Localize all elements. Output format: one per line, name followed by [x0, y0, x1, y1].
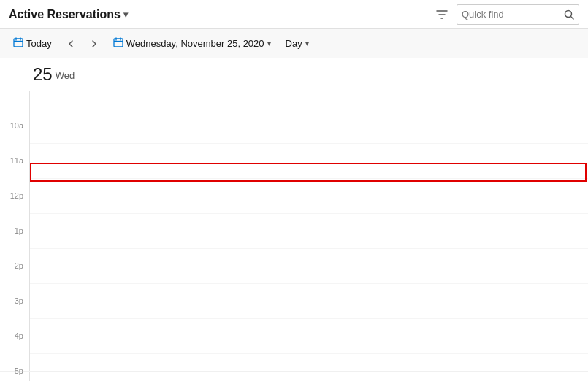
time-label-12p: 12p	[0, 191, 29, 226]
day-name: Wed	[56, 70, 75, 81]
date-picker-button[interactable]: Wednesday, November 25, 2020 ▾	[107, 34, 277, 53]
day-number: 25	[33, 64, 53, 85]
slot-content-5p[interactable]	[29, 372, 588, 381]
date-calendar-icon	[113, 37, 123, 50]
time-slot-4p: 4p	[0, 336, 588, 372]
search-box	[457, 4, 579, 25]
time-slot-2p: 2p	[0, 266, 588, 301]
today-label: Today	[26, 38, 52, 49]
header-right	[433, 4, 579, 25]
time-label-4p: 4p	[0, 331, 29, 366]
time-slot-12p: 12p	[0, 196, 588, 231]
time-slot-5p: 5p	[0, 372, 588, 381]
page-title: Active Reservations ▾	[9, 8, 128, 21]
time-slot-1p: 1p	[0, 231, 588, 266]
view-selector-button[interactable]: Day ▾	[280, 35, 315, 52]
time-slot-empty	[0, 91, 588, 126]
today-button[interactable]: Today	[7, 34, 58, 53]
filter-icon[interactable]	[433, 6, 451, 23]
time-slot-11a: 11a	[0, 161, 588, 196]
title-text: Active Reservations	[9, 8, 121, 21]
time-label-11a: 11a	[0, 156, 29, 190]
slot-content-1p[interactable]	[29, 231, 588, 266]
view-chevron-icon: ▾	[305, 39, 309, 47]
app-header: Active Reservations ▾	[0, 0, 588, 29]
search-button[interactable]	[560, 5, 579, 24]
svg-line-1	[571, 16, 574, 19]
svg-rect-6	[114, 39, 123, 47]
prev-button[interactable]	[61, 34, 81, 54]
slot-content-2p[interactable]	[29, 266, 588, 301]
title-chevron-icon[interactable]: ▾	[123, 9, 128, 20]
svg-rect-2	[14, 39, 23, 47]
calendar-icon	[13, 37, 23, 50]
slot-content-11a[interactable]	[29, 161, 588, 196]
slot-content-3p[interactable]	[29, 301, 588, 336]
time-label-3p: 3p	[0, 296, 29, 331]
search-input[interactable]	[457, 9, 560, 20]
time-label-empty	[0, 86, 29, 120]
slot-content-12p[interactable]	[29, 196, 588, 231]
slot-content-10a[interactable]	[29, 126, 588, 161]
date-chevron-icon: ▾	[267, 39, 271, 47]
date-text: Wednesday, November 25, 2020	[126, 38, 264, 49]
time-slot-10a: 10a	[0, 126, 588, 161]
time-label-5p: 5p	[0, 366, 29, 381]
time-label-10a: 10a	[0, 121, 29, 155]
calendar-toolbar: Today Wednesday, November 25, 2020 ▾ Day…	[0, 29, 588, 58]
day-header: 25 Wed	[0, 58, 588, 91]
time-slots: 10a 11a 12p	[0, 91, 588, 381]
slot-content-4p[interactable]	[29, 336, 588, 371]
slot-content-empty[interactable]	[29, 91, 588, 126]
view-label: Day	[286, 38, 302, 49]
calendar-view: 25 Wed 10a 11a	[0, 58, 588, 381]
time-label-2p: 2p	[0, 261, 29, 296]
next-button[interactable]	[84, 34, 104, 54]
time-slot-3p: 3p	[0, 301, 588, 336]
time-label-1p: 1p	[0, 226, 29, 261]
